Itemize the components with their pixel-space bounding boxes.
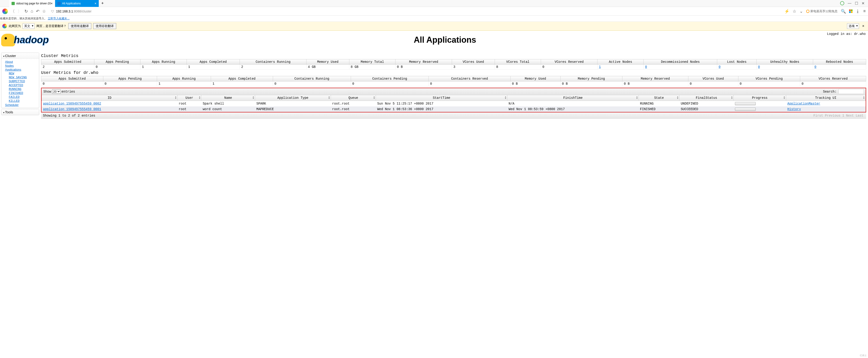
column-header[interactable]: ID▲▼ xyxy=(42,95,178,101)
sort-icon: ▲▼ xyxy=(636,96,638,100)
column-header[interactable]: Tracking UI▲▼ xyxy=(786,95,865,101)
close-icon[interactable]: × xyxy=(861,24,866,28)
metric-link[interactable]: 0 xyxy=(814,65,816,69)
column-header: Memory Used xyxy=(510,76,560,81)
sidebar-item-nodes[interactable]: Nodes xyxy=(3,64,37,67)
table-row: application_1509497555459_0001rootword c… xyxy=(42,106,866,112)
browser-nav-bar: 〈 〉 ↻ ⌂ ↶ ☆ 🛡 192.168.3.1:8088/cluster ⚡… xyxy=(0,7,868,16)
main-content: Cluster Metrics Apps SubmittedApps Pendi… xyxy=(39,53,868,119)
sort-icon: ▲▼ xyxy=(199,96,200,100)
show-label: Show xyxy=(43,90,51,93)
cell-start: Sun Nov 5 11:25:17 +0800 2017 xyxy=(376,101,507,107)
tracking-link[interactable]: History xyxy=(787,107,801,111)
progress-bar xyxy=(735,102,756,105)
column-header[interactable]: Application Type▲▼ xyxy=(255,95,331,101)
sidebar-item-state-running[interactable]: RUNNING xyxy=(3,87,37,91)
sidebar-item-state-failed[interactable]: FAILED xyxy=(3,95,37,99)
page-first[interactable]: First xyxy=(813,114,823,117)
column-header: Rebooted Nodes xyxy=(813,59,866,65)
tab-favicon xyxy=(57,2,61,5)
forward-icon[interactable]: 〉 xyxy=(18,8,22,14)
translate-youdao-button[interactable]: 使用有道翻译 xyxy=(68,23,91,29)
page-next[interactable]: Next xyxy=(846,114,854,117)
sort-icon: ▲▼ xyxy=(784,96,785,100)
translate-suffix: 网页，是否需要翻译？ xyxy=(36,24,66,28)
import-favorites-link[interactable]: 立即导入收藏夹... xyxy=(48,17,69,20)
sidebar-item-scheduler[interactable]: Scheduler xyxy=(3,103,37,107)
cell-user: root xyxy=(177,101,201,107)
metric-value: 0 xyxy=(688,81,738,86)
sidebar-item-state-finished[interactable]: FINISHED xyxy=(3,91,37,95)
metric-link[interactable]: 1 xyxy=(599,65,601,69)
translate-options-select[interactable]: 选项 xyxy=(847,23,859,29)
browser-logo-icon[interactable] xyxy=(2,8,8,14)
column-header[interactable]: Progress▲▼ xyxy=(734,95,786,101)
metric-link[interactable]: 0 xyxy=(758,65,760,69)
column-header[interactable]: StartTime▲▼ xyxy=(376,95,507,101)
column-header: Containers Reserved xyxy=(429,76,510,81)
metric-link[interactable]: 0 xyxy=(645,65,647,69)
page-last[interactable]: Last xyxy=(856,114,863,117)
flash-icon[interactable]: ⚡ xyxy=(784,9,789,14)
sidebar-item-state-new[interactable]: NEW xyxy=(3,72,37,76)
metric-value: 0 xyxy=(800,81,866,86)
metric-value: 3 xyxy=(452,65,495,70)
sidebar-item-state-submitted[interactable]: SUBMITTED xyxy=(3,79,37,83)
apps-icon[interactable] xyxy=(849,9,852,13)
download-icon[interactable]: ⭳ xyxy=(856,9,860,13)
cell-user: root xyxy=(177,106,201,112)
column-header[interactable]: Name▲▼ xyxy=(201,95,255,101)
column-header: Apps Completed xyxy=(187,59,240,65)
column-header[interactable]: FinishTime▲▼ xyxy=(507,95,639,101)
reload-icon[interactable]: ↻ xyxy=(25,9,28,14)
search-input[interactable] xyxy=(838,89,864,94)
tracking-link[interactable]: ApplicationMaster xyxy=(787,102,820,106)
close-icon[interactable]: × xyxy=(51,2,53,5)
sidebar-section-tools[interactable]: Tools xyxy=(1,109,39,115)
column-header[interactable]: Queue▲▼ xyxy=(331,95,376,101)
translate-google-button[interactable]: 使用谷歌翻译 xyxy=(93,23,116,29)
url-path: :8088/cluster xyxy=(73,9,92,13)
page-1[interactable]: 1 xyxy=(842,114,844,117)
star-icon[interactable]: ☆ xyxy=(42,9,46,14)
menu-icon[interactable]: ≡ xyxy=(863,9,866,13)
back-icon[interactable]: 〈 xyxy=(10,8,15,14)
sidebar-item-state-new_saving[interactable]: NEW_SAVING xyxy=(3,76,37,79)
sidebar-item-state-killed[interactable]: KILLED xyxy=(3,99,37,103)
home-icon[interactable]: ⌂ xyxy=(31,9,33,13)
sidebar-section-cluster[interactable]: Cluster xyxy=(1,53,39,59)
sidebar-item-applications[interactable]: Applications xyxy=(3,67,37,72)
search-icon[interactable]: 🔍 xyxy=(841,9,846,14)
column-header: VCores Pending xyxy=(738,76,800,81)
new-tab-button[interactable]: + xyxy=(99,1,106,6)
undo-icon[interactable]: ↶ xyxy=(36,9,39,14)
sidebar-item-state-accepted[interactable]: ACCEPTED xyxy=(3,83,37,87)
app-id-link[interactable]: application_1509497555459_0002 xyxy=(43,102,101,106)
chevron-down-icon[interactable]: ⌄ xyxy=(800,9,803,14)
close-icon[interactable]: × xyxy=(95,2,96,5)
cluster-metrics-table: Apps SubmittedApps PendingApps RunningAp… xyxy=(41,59,866,70)
promo-text[interactable]: 家电最高享12期免息 xyxy=(806,9,838,13)
column-header: Apps Pending xyxy=(103,76,157,81)
page-previous[interactable]: Previous xyxy=(825,114,840,117)
metric-link[interactable]: 0 xyxy=(719,65,720,69)
column-header[interactable]: FinalStatus▲▼ xyxy=(679,95,734,101)
bookmark-icon[interactable]: ☆ xyxy=(793,9,796,14)
window-minimize-icon[interactable]: — xyxy=(848,1,851,5)
tab-stdout-log[interactable]: stdout log page for driver-20 × xyxy=(9,0,55,7)
language-select[interactable]: 英文 xyxy=(23,23,35,29)
column-header[interactable]: State▲▼ xyxy=(639,95,679,101)
url-bar[interactable]: 🛡 192.168.3.1:8088/cluster xyxy=(49,9,781,13)
window-close-icon[interactable]: ✕ xyxy=(862,1,865,5)
column-header[interactable]: User▲▼ xyxy=(177,95,201,101)
tab-title: All Applications xyxy=(62,2,81,5)
cell-state: RUNNING xyxy=(639,101,679,107)
hadoop-logo-text: hadoop xyxy=(14,34,49,46)
sidebar-item-about[interactable]: About xyxy=(3,60,37,64)
app-id-link[interactable]: application_1509497555459_0001 xyxy=(43,107,101,111)
status-indicator-icon xyxy=(840,1,844,5)
window-maximize-icon[interactable]: ☐ xyxy=(855,1,858,5)
tab-all-applications[interactable]: All Applications × xyxy=(55,0,99,7)
metric-value: 8 GB xyxy=(349,65,395,70)
page-size-select[interactable]: 20 xyxy=(52,89,61,94)
